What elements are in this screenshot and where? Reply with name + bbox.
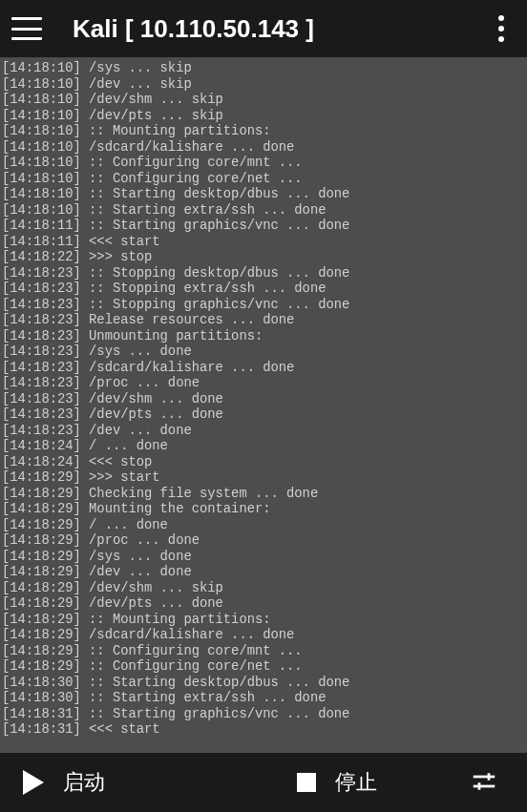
log-line: [14:18:29] /dev ... done bbox=[2, 565, 525, 581]
start-button[interactable]: 启动 bbox=[23, 768, 105, 797]
stop-button[interactable]: 停止 bbox=[297, 768, 377, 797]
log-line: [14:18:24] <<< stop bbox=[2, 455, 525, 471]
log-line: [14:18:23] :: Stopping graphics/vnc ... … bbox=[2, 298, 525, 314]
log-line: [14:18:10] :: Mounting partitions: bbox=[2, 124, 525, 140]
log-line: [14:18:23] :: Stopping desktop/dbus ... … bbox=[2, 266, 525, 282]
log-line: [14:18:10] /dev/pts ... skip bbox=[2, 109, 525, 125]
log-line: [14:18:23] /dev ... done bbox=[2, 424, 525, 440]
log-line: [14:18:11] <<< start bbox=[2, 235, 525, 251]
log-line: [14:18:30] :: Starting extra/ssh ... don… bbox=[2, 691, 525, 707]
app-header: Kali [ 10.110.50.143 ] bbox=[0, 0, 527, 57]
log-line: [14:18:10] /sdcard/kalishare ... done bbox=[2, 140, 525, 156]
log-line: [14:18:23] /sdcard/kalishare ... done bbox=[2, 361, 525, 377]
log-line: [14:18:29] :: Configuring core/mnt ... bbox=[2, 644, 525, 660]
log-line: [14:18:29] /dev/pts ... done bbox=[2, 596, 525, 613]
log-line: [14:18:29] /sys ... done bbox=[2, 550, 525, 566]
stop-icon bbox=[297, 773, 316, 792]
settings-icon[interactable] bbox=[470, 767, 498, 799]
more-icon[interactable] bbox=[493, 15, 516, 42]
log-line: [14:18:29] /sdcard/kalishare ... done bbox=[2, 628, 525, 644]
log-line: [14:18:22] >>> stop bbox=[2, 250, 525, 266]
log-line: [14:18:10] :: Configuring core/net ... bbox=[2, 172, 525, 188]
log-line: [14:18:10] :: Starting extra/ssh ... don… bbox=[2, 203, 525, 219]
log-line: [14:18:10] /dev/shm ... skip bbox=[2, 93, 525, 109]
log-line: [14:18:29] Mounting the container: bbox=[2, 502, 525, 518]
log-line: [14:18:10] :: Configuring core/mnt ... bbox=[2, 156, 525, 172]
log-line: [14:18:29] :: Mounting partitions: bbox=[2, 613, 525, 629]
log-line: [14:18:29] /proc ... done bbox=[2, 533, 525, 550]
log-line: [14:18:31] :: Starting graphics/vnc ... … bbox=[2, 707, 525, 723]
log-line: [14:18:10] /sys ... skip bbox=[2, 61, 525, 77]
terminal-output[interactable]: [14:18:10] /sys ... skip[14:18:10] /dev … bbox=[0, 57, 527, 753]
menu-icon[interactable] bbox=[11, 17, 42, 40]
log-line: [14:18:23] :: Stopping extra/ssh ... don… bbox=[2, 281, 525, 298]
log-line: [14:18:23] /dev/pts ... done bbox=[2, 407, 525, 424]
log-line: [14:18:11] :: Starting graphics/vnc ... … bbox=[2, 219, 525, 235]
log-line: [14:18:30] :: Starting desktop/dbus ... … bbox=[2, 676, 525, 692]
log-line: [14:18:29] Checking file system ... done bbox=[2, 487, 525, 503]
log-line: [14:18:29] / ... done bbox=[2, 518, 525, 534]
log-line: [14:18:29] /dev/shm ... skip bbox=[2, 581, 525, 597]
log-line: [14:18:29] :: Configuring core/net ... bbox=[2, 659, 525, 676]
log-line: [14:18:24] / ... done bbox=[2, 439, 525, 455]
start-label: 启动 bbox=[63, 768, 105, 797]
log-line: [14:18:23] Release resources ... done bbox=[2, 313, 525, 329]
log-line: [14:18:23] /proc ... done bbox=[2, 376, 525, 392]
stop-label: 停止 bbox=[335, 768, 377, 797]
log-line: [14:18:29] >>> start bbox=[2, 470, 525, 487]
log-line: [14:18:10] :: Starting desktop/dbus ... … bbox=[2, 187, 525, 203]
log-line: [14:18:10] /dev ... skip bbox=[2, 77, 525, 94]
log-line: [14:18:23] /dev/shm ... done bbox=[2, 392, 525, 408]
bottom-toolbar: 启动 停止 bbox=[0, 753, 527, 812]
app-title: Kali [ 10.110.50.143 ] bbox=[73, 14, 493, 44]
log-line: [14:18:23] Unmounting partitions: bbox=[2, 329, 525, 345]
log-line: [14:18:31] <<< start bbox=[2, 722, 525, 739]
play-icon bbox=[23, 770, 44, 795]
log-line: [14:18:23] /sys ... done bbox=[2, 344, 525, 361]
